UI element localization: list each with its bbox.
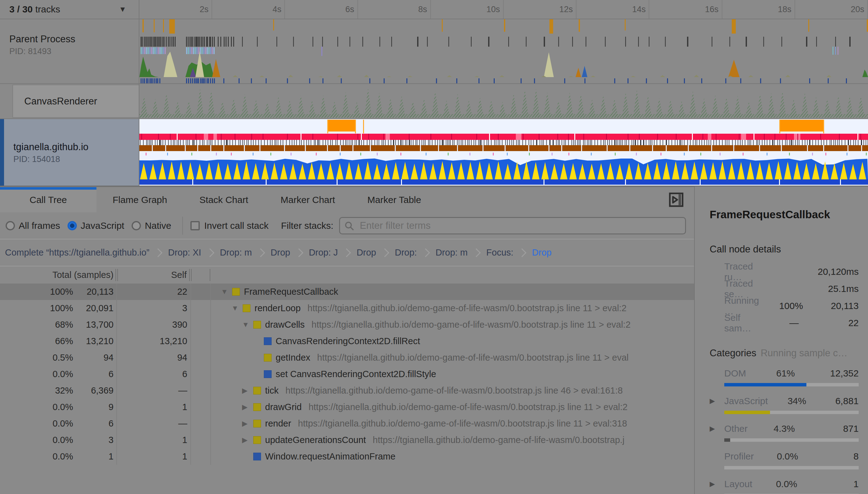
expand-arrow-icon[interactable]: ▶ <box>710 480 724 488</box>
expand-arrow-icon[interactable]: ▶ <box>242 415 253 432</box>
cpu-usage-graph[interactable] <box>140 157 868 179</box>
self-samples: — <box>114 415 187 432</box>
column-resize-handle[interactable] <box>115 269 116 281</box>
table-row[interactable]: 100% 20,113 22 ▼FrameRequestCallback <box>0 284 694 300</box>
sidebar-toggle-icon[interactable] <box>669 192 684 207</box>
total-samples: 1 <box>73 448 114 465</box>
expand-arrow-icon[interactable]: ▶ <box>242 432 253 448</box>
breadcrumb[interactable]: Drop: <box>395 247 417 258</box>
function-name: tick <box>265 382 279 399</box>
ruler-tick: 20s <box>795 0 868 19</box>
radio-native-label[interactable]: Native <box>145 221 171 231</box>
invert-call-stack-label[interactable]: Invert call stack <box>204 221 269 231</box>
ruler-tick: 16s <box>649 0 722 19</box>
radio-javascript[interactable] <box>68 221 77 230</box>
collapse-arrow-icon[interactable]: ▼ <box>221 284 232 300</box>
column-header-self[interactable]: Self <box>117 266 187 284</box>
breadcrumb[interactable]: Drop <box>271 247 290 258</box>
category-label: JavaScript <box>724 396 768 406</box>
red-markers <box>140 134 868 140</box>
expand-arrow-icon[interactable]: ▶ <box>242 399 253 415</box>
tick-marker-row[interactable] <box>140 140 868 145</box>
category-label: Other <box>724 423 748 434</box>
small-tick-row[interactable] <box>140 151 868 157</box>
self-samples: 390 <box>114 317 187 333</box>
self-samples: 13,210 <box>114 333 187 349</box>
tab-call-tree[interactable]: Call Tree <box>0 187 96 212</box>
marker-row[interactable] <box>140 119 868 134</box>
breadcrumb-active[interactable]: Drop <box>532 247 552 258</box>
brown-marker-row[interactable] <box>140 145 868 151</box>
table-row[interactable]: 0.0% 9 1 ▶drawGridhttps://tgianella.gith… <box>0 399 694 415</box>
track-label-canvasrenderer[interactable]: CanvasRenderer <box>13 84 139 118</box>
detail-row: Running … 100% 20,113 <box>695 297 868 314</box>
samples-row[interactable] <box>140 179 868 185</box>
total-samples: 94 <box>73 349 114 366</box>
table-row[interactable]: 66% 13,210 13,210 CanvasRenderingContext… <box>0 333 694 349</box>
collapse-arrow-icon[interactable]: ▼ <box>242 317 253 333</box>
tab-flame-graph[interactable]: Flame Graph <box>96 187 183 212</box>
total-percent: 0.0% <box>0 448 73 465</box>
table-row[interactable]: 68% 13,700 390 ▼drawCellshttps://tgianel… <box>0 317 694 333</box>
track-graph-parent-process[interactable] <box>140 19 868 83</box>
expand-arrow-icon[interactable]: ▶ <box>242 382 253 399</box>
category-percent: 4.3% <box>748 423 795 434</box>
detail-mid: — <box>751 318 799 328</box>
ruler-tick: 14s <box>576 0 649 19</box>
collapse-arrow-icon[interactable]: ▼ <box>232 300 243 317</box>
timeline-ruler[interactable]: 2s 4s 6s 8s 10s 12s 14s 16s 18s 20s <box>140 0 868 19</box>
detail-value: 20,113 <box>803 301 859 311</box>
selected-node-title: FrameRequestCallback <box>710 208 868 221</box>
breadcrumb[interactable]: Complete “https://tgianella.github.io” <box>5 247 149 258</box>
expand-arrow-icon[interactable]: ▶ <box>710 425 724 433</box>
tab-marker-chart[interactable]: Marker Chart <box>264 187 351 212</box>
column-resize-handle[interactable] <box>189 269 190 281</box>
invert-call-stack-checkbox[interactable] <box>190 221 200 230</box>
red-marker-row[interactable] <box>140 134 868 140</box>
function-name: drawCells <box>265 317 304 333</box>
track-graph-tgianella[interactable] <box>140 119 868 186</box>
track-label-parent-process[interactable]: Parent Process PID: 81493 <box>0 19 139 83</box>
column-header-total[interactable]: Total (samples) <box>0 266 114 284</box>
detail-row: Traced ru… 20,120ms <box>695 263 868 280</box>
track-graph-canvasrenderer[interactable] <box>140 84 868 118</box>
expand-arrow-icon[interactable]: ▶ <box>710 397 724 405</box>
breadcrumb[interactable]: Drop: J <box>309 247 338 258</box>
filter-stacks-input[interactable] <box>339 217 686 234</box>
track-label-tgianella-selected[interactable]: tgianella.github.io PID: 154018 <box>0 119 139 186</box>
column-resize-handle[interactable] <box>210 269 210 281</box>
tab-stack-chart[interactable]: Stack Chart <box>183 187 264 212</box>
detail-value: 22 <box>799 318 859 328</box>
table-row[interactable]: 32% 6,369 — ▶tickhttps://tgianella.githu… <box>0 382 694 399</box>
total-samples: 3 <box>73 432 114 448</box>
tracks-dropdown[interactable]: 3 / 30 tracks ▼ <box>0 0 139 19</box>
breadcrumb[interactable]: Drop: XI <box>168 247 201 258</box>
orange-marker-line <box>779 120 780 133</box>
radio-all-frames[interactable] <box>5 221 15 230</box>
radio-all-frames-label[interactable]: All frames <box>19 221 60 231</box>
orange-marker[interactable] <box>328 120 356 132</box>
detail-row: Self sam… — 22 <box>695 314 868 331</box>
self-samples: 1 <box>114 432 187 448</box>
table-row[interactable]: 0.0% 1 1 Window.requestAnimationFrame <box>0 448 694 465</box>
breadcrumb[interactable]: Drop <box>356 247 376 258</box>
orange-marker[interactable] <box>780 120 824 132</box>
self-samples: 94 <box>114 349 187 366</box>
breadcrumb[interactable]: Drop: m <box>220 247 252 258</box>
divider <box>210 284 211 465</box>
orange-marker-line <box>363 120 364 133</box>
tab-marker-table[interactable]: Marker Table <box>351 187 438 212</box>
breadcrumb[interactable]: Focus: <box>486 247 513 258</box>
breadcrumb[interactable]: Drop: m <box>436 247 467 258</box>
radio-javascript-label[interactable]: JavaScript <box>80 221 124 231</box>
radio-native[interactable] <box>132 221 141 230</box>
table-row[interactable]: 0.0% 6 — ▶renderhttps://tgianella.github… <box>0 415 694 432</box>
category-row-layout: ▶ Layout 0.0% 1 <box>695 477 868 494</box>
main-panel: Call Tree Flame Graph Stack Chart Marker… <box>0 187 695 494</box>
table-row[interactable]: 100% 20,091 3 ▼renderLoophttps://tgianel… <box>0 300 694 317</box>
table-row[interactable]: 0.0% 3 1 ▶updateGenerationsCounthttps://… <box>0 432 694 448</box>
total-percent: 32% <box>0 382 73 399</box>
table-row[interactable]: 0.5% 94 94 getIndexhttps://tgianella.git… <box>0 349 694 366</box>
breadcrumb-separator-icon <box>342 248 351 257</box>
table-row[interactable]: 0.0% 6 6 set CanvasRenderingContext2D.fi… <box>0 366 694 382</box>
